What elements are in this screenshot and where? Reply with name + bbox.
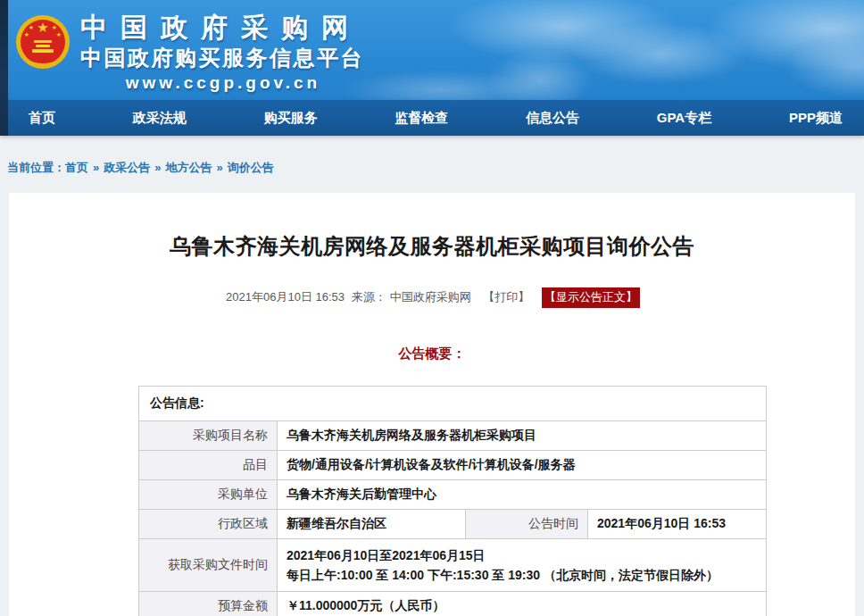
- svg-text:★: ★: [37, 20, 48, 36]
- svg-text:★: ★: [52, 24, 57, 31]
- nav-item-5[interactable]: 信息公告: [526, 110, 579, 127]
- announcement-card: 乌鲁木齐海关机房网络及服务器机柜采购项目询价公告 2021年06月10日 16:…: [9, 193, 855, 616]
- value-cell: 2021年06月10日至2021年06月15日 每日上午:10:00 至 14:…: [278, 539, 767, 592]
- table-row: 采购单位 乌鲁木齐海关后勤管理中心: [139, 480, 767, 510]
- svg-text:★: ★: [29, 24, 34, 31]
- value-line: 每日上午:10:00 至 14:00 下午:15:30 至 19:30 （北京时…: [287, 565, 757, 585]
- publish-datetime: 2021年06月10日 16:53: [226, 290, 345, 304]
- value-cell: 新疆维吾尔自治区: [278, 510, 466, 539]
- label-cell: 采购项目名称: [139, 421, 278, 451]
- national-emblem-logo: ★ ★ ★ ★ ★: [14, 13, 71, 71]
- nav-item-6[interactable]: GPA专栏: [657, 110, 711, 127]
- nav-item-7[interactable]: PPP频道: [789, 110, 843, 127]
- breadcrumb-item-3[interactable]: 地方公告: [165, 161, 212, 174]
- breadcrumb-item-4[interactable]: 询价公告: [228, 161, 274, 174]
- table-row: 采购项目名称 乌鲁木齐海关机房网络及服务器机柜采购项目: [139, 421, 767, 451]
- table-row: 行政区域 新疆维吾尔自治区 公告时间 2021年06月10日 16:53: [139, 510, 767, 539]
- table-row: 预算金额 ￥11.000000万元（人民币）: [139, 592, 767, 616]
- label-cell: 获取采购文件时间: [139, 539, 278, 592]
- breadcrumb-label: 当前位置：: [7, 161, 65, 174]
- main-nav: 首页政采法规购买服务监督检查信息公告GPA专栏PPP频道: [0, 100, 864, 136]
- print-button[interactable]: 【打印】: [483, 290, 529, 304]
- site-url: www.ccgp.gov.cn: [80, 71, 366, 94]
- site-header: ★ ★ ★ ★ ★ 中国政府采购网 中国政府购买服务信息平台 www.ccgp.…: [0, 0, 864, 100]
- value-line: 2021年06月10日至2021年06月15日: [287, 545, 757, 565]
- nav-item-3[interactable]: 购买服务: [264, 110, 318, 127]
- value-cell: 2021年06月10日 16:53: [588, 510, 767, 539]
- label-cell: 品目: [139, 451, 278, 480]
- label-cell: 行政区域: [139, 510, 278, 539]
- source-name: 中国政府采购网: [390, 290, 471, 304]
- page-title: 乌鲁木齐海关机房网络及服务器机柜采购项目询价公告: [9, 232, 855, 261]
- nav-item-2[interactable]: 政采法规: [133, 110, 187, 127]
- label-cell: 公告时间: [466, 510, 588, 539]
- announcement-info-table: 公告信息: 采购项目名称 乌鲁木齐海关机房网络及服务器机柜采购项目 品目 货物/…: [138, 386, 767, 616]
- svg-text:★: ★: [24, 31, 29, 38]
- svg-text:★: ★: [56, 31, 62, 38]
- site-name: 中国政府采购网: [80, 12, 366, 44]
- label-cell: 预算金额: [139, 592, 278, 616]
- summary-heading: 公告概要：: [9, 345, 855, 362]
- breadcrumb: 当前位置：首页»政采公告»地方公告»询价公告: [0, 136, 864, 193]
- breadcrumb-separator: »: [154, 161, 161, 174]
- value-cell: ￥11.000000万元（人民币）: [278, 592, 767, 616]
- value-cell: 乌鲁木齐海关后勤管理中心: [278, 480, 767, 510]
- site-subtitle: 中国政府购买服务信息平台: [80, 44, 366, 71]
- value-cell: 乌鲁木齐海关机房网络及服务器机柜采购项目: [278, 421, 767, 451]
- article-meta: 2021年06月10日 16:53 来源：中国政府采购网 【打印】 【显示公告正…: [9, 287, 855, 308]
- breadcrumb-separator: »: [93, 161, 99, 174]
- label-cell: 采购单位: [139, 480, 278, 510]
- left-edge-shade: [0, 0, 8, 136]
- value-cell: 货物/通用设备/计算机设备及软件/计算机设备/服务器: [278, 451, 767, 480]
- breadcrumb-item-2[interactable]: 政采公告: [104, 161, 150, 174]
- table-row: 公告信息:: [139, 387, 767, 421]
- source-label: 来源：: [352, 290, 386, 304]
- table-row: 获取采购文件时间 2021年06月10日至2021年06月15日 每日上午:10…: [139, 539, 767, 592]
- breadcrumb-item-1[interactable]: 首页: [65, 161, 88, 174]
- show-notice-body-button[interactable]: 【显示公告正文】: [542, 287, 640, 308]
- breadcrumb-separator: »: [216, 161, 222, 174]
- nav-item-1[interactable]: 首页: [29, 110, 55, 127]
- nav-item-4[interactable]: 监督检查: [395, 110, 448, 127]
- table-section-header: 公告信息:: [139, 387, 767, 421]
- table-row: 品目 货物/通用设备/计算机设备及软件/计算机设备/服务器: [139, 451, 767, 480]
